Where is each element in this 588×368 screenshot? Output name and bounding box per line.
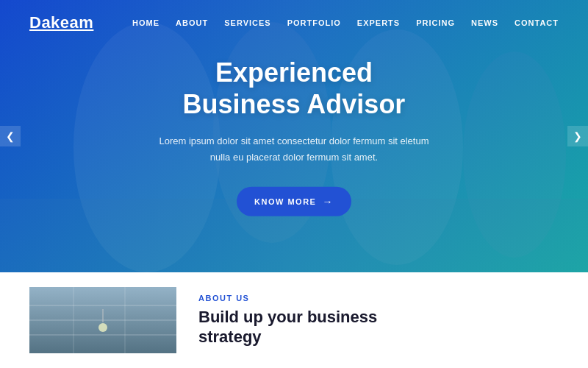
nav-about[interactable]: ABOUT [176, 18, 208, 27]
building-illustration [29, 287, 176, 353]
hero-title: ExperiencedBusiness Advisor [140, 57, 448, 120]
chevron-right-icon: ❯ [573, 130, 582, 142]
nav-contact[interactable]: CONTACT [514, 18, 559, 27]
nav-portfolio[interactable]: PORTFOLIO [287, 18, 341, 27]
about-label: ABOUT US [198, 294, 377, 302]
svg-point-14 [98, 323, 107, 332]
hero-description: Lorem ipsum dolor sit amet consectetur d… [140, 133, 448, 166]
hero-content: ExperiencedBusiness Advisor Lorem ipsum … [140, 57, 448, 216]
nav-pricing[interactable]: PRICING [416, 18, 455, 27]
logo[interactable]: Dakeam [29, 13, 93, 32]
nav-home[interactable]: HOME [132, 18, 159, 27]
nav: HOME ABOUT SERVICES PORTFOLIO EXPERTS PR… [132, 18, 559, 27]
cta-label: KNOW MORE [254, 197, 316, 205]
about-title: Build up your businessstrategy [198, 307, 377, 347]
nav-experts[interactable]: EXPERTS [357, 18, 400, 27]
arrow-icon: → [322, 195, 334, 207]
about-section: ABOUT US Build up your businessstrategy [0, 272, 588, 368]
carousel-prev-button[interactable]: ❮ [0, 126, 21, 146]
nav-news[interactable]: NEWS [471, 18, 498, 27]
about-image [29, 287, 176, 353]
header: Dakeam HOME ABOUT SERVICES PORTFOLIO EXP… [0, 0, 588, 46]
about-text: ABOUT US Build up your businessstrategy [198, 287, 377, 353]
nav-services[interactable]: SERVICES [224, 18, 270, 27]
carousel-next-button[interactable]: ❯ [567, 126, 588, 146]
know-more-button[interactable]: KNOW MORE → [237, 186, 351, 216]
chevron-left-icon: ❮ [6, 130, 15, 142]
